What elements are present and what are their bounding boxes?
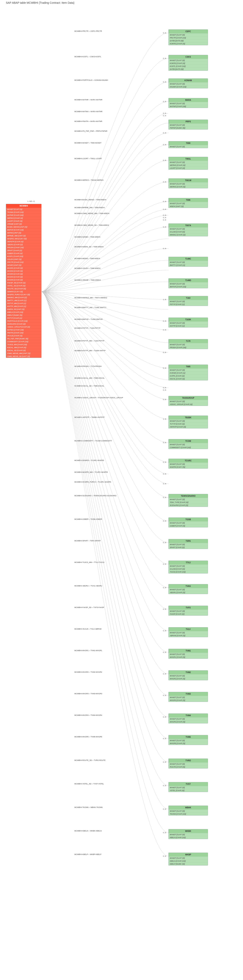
cardinality-label: 0..N [163, 352, 166, 353]
edge-label: MCWBHI-MATNR = MARA-MATNR [75, 99, 102, 101]
cardinality-label: 0..N [163, 320, 166, 322]
table-field: MANDT [CLNT (3)] [168, 343, 208, 346]
cardinality-label: 0..N [163, 541, 166, 544]
table-field: COMMODITY [CHAR (16)] [168, 446, 208, 449]
cardinality-label: 0..N [163, 563, 166, 565]
edge-label: MCWBHI-LGORT = T001L-LGORT [75, 158, 102, 159]
fk-edge [41, 292, 168, 388]
table-field: MANDT [CLNT (3)] [168, 443, 208, 446]
table-header: T163 [168, 296, 208, 300]
table-field: MANDT [CLNT (3)] [168, 161, 208, 164]
table-t685: T685MANDT [CLNT (3)]KVEWE [CHAR (1)]KAPP… [168, 364, 208, 380]
table-field: MANDT [CLNT (3)] [168, 202, 208, 205]
mcwbhi-field: GEWEI [UNIT (3)] [6, 264, 41, 267]
fk-edge [41, 292, 168, 674]
mcwbhi-field: PSTYP_MM [CHAR (1)] [6, 302, 41, 305]
mcwbhi-field: PRODH [CHAR (18)] [6, 246, 41, 249]
table-header: TCOM [168, 439, 208, 443]
mcwbhi-field: KSCHL_MM [CHAR (4)] [6, 346, 41, 349]
fk-edge [41, 292, 168, 321]
table-field: MSEHI [UNIT (3)] [168, 205, 208, 208]
mcwbhi-field: PRCTR [CHAR (10)] [6, 261, 41, 264]
fk-edge [41, 239, 168, 292]
fk-edge [41, 292, 168, 380]
cardinality-label: 0..N [163, 81, 166, 83]
mcwbhi-field: MATNR [CHAR (18)] [6, 214, 41, 216]
table-field: MANDT [CLNT (3)] [168, 182, 208, 185]
edge-label: MCWBHI-BWTAR = T149D-BWTAR [75, 318, 103, 320]
table-field: ABRVW [CHAR (3)] [168, 634, 208, 637]
mcwbhi-field: PS_PSP_PNR [NUMC (8)] [6, 337, 41, 340]
edge-label: MCWBHI-HKPSTP = TB2BK-HKPSTP [75, 416, 105, 418]
table-header: TSPA [168, 539, 208, 543]
table-header: T000 [168, 141, 208, 145]
cardinality-label: 1..N(0..1) [27, 200, 35, 202]
fk-edge [41, 292, 168, 833]
fk-edge [41, 292, 168, 856]
table-tgsb: TGSBMANDT [CLNT (3)]GSBER [CHAR (4)] [168, 517, 208, 527]
cardinality-label: 0..N [163, 832, 166, 834]
table-field: KOSTL [CHAR (10)] [168, 65, 208, 68]
mcwbhi-field: WAERS_MM [CUKY (5)] [6, 237, 41, 240]
table-field: MANDT [CLNT (3)] [168, 674, 208, 677]
fk-edge [41, 33, 168, 292]
edge-label: MCWBHI-ROUTE_SD = TVRO-ROUTE [75, 759, 106, 761]
fk-edge [41, 292, 168, 484]
table-wkbp: WKBPMANDT [CLNT (3)]KBELN [CHAR (10)]KBE… [168, 853, 208, 865]
edge-label: MCWBHI-VKAUS = TVLV-ABRVW [75, 628, 102, 630]
table-field: MANDT [CLNT (3)] [168, 33, 208, 36]
table-header: TCURC [168, 459, 208, 463]
table-tvm5: TVM5MANDT [CLNT (3)]MVGR5 [CHAR (3)] [168, 735, 208, 745]
table-header: T001L [168, 157, 208, 161]
table-header: CEPC [168, 30, 208, 33]
cardinality-label: 0..N [163, 57, 166, 59]
edge-label: MCWBHI-COMMODITY = TCOM-COMMODITY [75, 440, 112, 442]
table-field: BWTAR [CHAR (10)] [168, 285, 208, 288]
table-field: TCTYP [CHAR (4)] [168, 422, 208, 425]
table-field: WAERS [CUKY (5)] [168, 466, 208, 468]
table-field: DATBI [DATS (8)] [168, 68, 208, 70]
mcwbhi-header: MCWBHI [6, 204, 41, 208]
fk-edge [41, 123, 168, 292]
edge-label: MCWBHI-PMATN = MARA-MATNR [75, 120, 102, 122]
fk-edge [41, 292, 168, 652]
edge-label: MCWBHI-MATWA = MARA-MATNR [75, 111, 103, 113]
mcwbhi-field: PMATN [CHAR (18)] [6, 331, 41, 334]
table-field: VSTEL [CHAR (4)] [168, 789, 208, 792]
cardinality-label: 0..N [163, 112, 166, 114]
table-tvm4: TVM4MANDT [CLNT (3)]MVGR4 [CHAR (3)] [168, 713, 208, 724]
fk-edge [41, 59, 168, 292]
table-field: KOKRS [CHAR (4)] [168, 62, 208, 65]
cardinality-label: 0..N [163, 587, 166, 589]
table-tvm1: TVM1MANDT [CLNT (3)]MVGR1 [CHAR (3)] [168, 649, 208, 659]
table-field: MVGR1 [CHAR (3)] [168, 655, 208, 659]
edge-label: MCWBHI-GSBER = TGSB-GSBER [75, 518, 102, 520]
fk-edge [41, 292, 168, 352]
table-header: TEWSCENARIO [168, 494, 208, 498]
table-header: T007A [168, 224, 208, 228]
table-field: MVGR3 [CHAR (3)] [168, 699, 208, 702]
fk-edge [41, 292, 168, 498]
fk-edge [41, 292, 168, 343]
fk-edge [41, 202, 168, 292]
mcwbhi-field: BWTAR [CHAR (10)] [6, 228, 41, 231]
mcwbhi-field: BASIS_MEINS [UNIT (3)] [6, 225, 41, 228]
table-field: MWSKZ [CHAR (2)] [168, 233, 208, 236]
mcwbhi-field: MVGR2 [CHAR (3)] [6, 269, 41, 272]
fk-edge [41, 113, 168, 292]
table-wbhk: WBHKMANDT [CLNT (3)]TKONN [CHAR (10)] [168, 805, 208, 816]
edge-label: MCWBHI-FAKSP_SD = TVFS-FAKSP [75, 606, 104, 608]
fk-edge [41, 260, 168, 292]
table-tb2bk: TB2BKMANDT [CLNT (3)]TCTYP [CHAR (4)]HKP… [168, 415, 208, 428]
table-field: KAPPL [CHAR (2)] [168, 374, 208, 377]
cardinality-label: 0..N [163, 32, 166, 34]
table-field: PRCTR [CHAR (10)] [168, 36, 208, 39]
table-header: MARA [168, 98, 208, 102]
edge-label: MCWBHI-ASSOC_GROUP = TASSGROUP-ASSOC_GRO… [75, 397, 123, 399]
cardinality-label: 0..N [163, 214, 166, 216]
cardinality-label: 0..N [163, 226, 166, 228]
table-tvag: TVAGMANDT [CLNT (3)]ABGRU [CHAR (2)] [168, 584, 208, 594]
table-field: MANDT [CLNT (3)] [168, 696, 208, 699]
mcwbhi-field: SCENARIO [CHAR (2)] [6, 323, 41, 325]
table-field: MANDT [CLNT (3)] [168, 588, 208, 591]
